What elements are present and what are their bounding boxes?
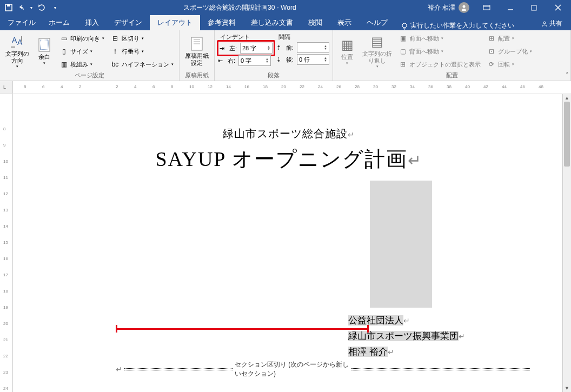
minimize-button[interactable] [500, 0, 521, 15]
svg-point-12 [543, 22, 546, 24]
doc-subtitle: 緑山市スポーツ総合施設↵ [67, 127, 510, 141]
tab-home[interactable]: ホーム [41, 15, 77, 30]
undo-icon[interactable] [17, 3, 26, 12]
ribbon-display-options[interactable] [476, 0, 497, 15]
maximize-button[interactable] [523, 0, 545, 15]
indent-left-input[interactable]: 28 字 ▲▼ [240, 43, 273, 54]
breaks-icon: ⊟ [111, 34, 119, 43]
user-badge[interactable]: 裕介 相澤 [423, 2, 474, 13]
svg-point-9 [402, 23, 407, 28]
line-numbers-button[interactable]: ⁞行番号 ▾ [109, 45, 176, 57]
section-break-marker: ↵ セクション区切り (次のページから新しいセクション) [116, 360, 530, 378]
ruler-area: L 86422468101214161820222426283032343638… [0, 81, 571, 94]
margins-icon [38, 37, 51, 52]
line-numbers-icon: ⁞ [111, 47, 119, 56]
spacing-before-input[interactable]: ▲▼ [297, 42, 329, 53]
group-manuscript: 原稿用紙 設定 原稿用紙 [180, 30, 215, 81]
group-icon: ⊡ [487, 47, 496, 56]
ribbon-layout: AA 文字列の 方向 ▾ 余白 ▾ ▭印刷の向き ▾ ▯サイズ ▾ ▥段組み ▾… [0, 30, 571, 81]
tab-insert[interactable]: 挿入 [77, 15, 107, 30]
send-backward-button[interactable]: ▢背面へ移動 ▾ [396, 45, 483, 57]
selection-highlight [370, 181, 432, 308]
orientation-icon: ▭ [59, 34, 68, 43]
tab-references[interactable]: 参考資料 [200, 15, 243, 30]
hyphenation-button[interactable]: bcハイフネーション ▾ [109, 58, 176, 70]
text-direction-icon: AA [10, 34, 25, 49]
save-icon[interactable] [4, 3, 13, 12]
svg-rect-1 [7, 4, 10, 6]
position-icon: ▦ [341, 37, 354, 52]
indent-right-icon: ⇤ [218, 57, 227, 64]
scroll-up-icon[interactable]: ▲ [563, 94, 571, 102]
vertical-ruler[interactable]: 89101112131415161718192021222324 [0, 94, 13, 392]
svg-rect-6 [532, 5, 536, 10]
collapse-ribbon-icon[interactable]: ˄ [566, 71, 569, 78]
position-button[interactable]: ▦ 位置 ▾ [336, 32, 358, 70]
space-before-icon: ⇡ [276, 44, 285, 51]
bulb-icon [401, 22, 408, 30]
breaks-button[interactable]: ⊟区切り ▾ [109, 32, 176, 44]
page-size-icon: ▯ [59, 47, 68, 56]
group-button[interactable]: ⊡グループ化 ▾ [485, 45, 534, 57]
size-button[interactable]: ▯サイズ ▾ [57, 45, 107, 57]
avatar-icon [459, 2, 469, 13]
text-wrap-button[interactable]: ▤ 文字列の折 り返し ▾ [360, 32, 394, 70]
paragraph-mark: ↵ [408, 151, 422, 169]
tab-design[interactable]: デザイン [107, 15, 150, 30]
columns-icon: ▥ [59, 60, 68, 69]
manuscript-label: 原稿用紙 [183, 70, 211, 79]
redo-icon[interactable] [37, 3, 45, 12]
rotate-button[interactable]: ⟳回転 ▾ [485, 58, 534, 70]
close-button[interactable] [547, 0, 569, 15]
manuscript-button[interactable]: 原稿用紙 設定 [183, 32, 211, 70]
align-button[interactable]: ⊞配置 ▾ [485, 32, 534, 44]
spacing-before-row: ⇡ 前: ▲▼ [276, 42, 329, 54]
spacing-after-row: ⇣ 後: 0 行 ▲▼ [276, 54, 329, 65]
tab-help[interactable]: ヘルプ [359, 15, 395, 30]
wrap-icon: ▤ [371, 34, 383, 49]
indent-left-row: ⇥ 左: 28 字 ▲▼ [220, 42, 273, 54]
document-area: 89101112131415161718192021222324 緑山市スポーツ… [0, 94, 571, 392]
group-page-setup: AA 文字列の 方向 ▾ 余白 ▾ ▭印刷の向き ▾ ▯サイズ ▾ ▥段組み ▾… [0, 30, 180, 81]
selection-pane-icon: ⊞ [399, 60, 407, 69]
hyphenation-icon: bc [111, 60, 119, 69]
share-button[interactable]: 共有 [535, 17, 569, 30]
spacing-label: 間隔 [276, 32, 329, 42]
tab-view[interactable]: 表示 [330, 15, 359, 30]
columns-button[interactable]: ▥段組み ▾ [57, 58, 107, 70]
orientation-button[interactable]: ▭印刷の向き ▾ [57, 32, 107, 44]
org-line-1: 公益社団法人 [348, 315, 403, 325]
indent-right-input[interactable]: 0 字 ▲▼ [238, 55, 271, 66]
horizontal-ruler[interactable]: 8642246810121416182022242628303234363840… [13, 81, 571, 94]
tab-layout[interactable]: レイアウト [150, 15, 200, 30]
scroll-thumb[interactable] [564, 102, 570, 167]
paragraph-mark: ↵ [348, 131, 355, 139]
user-name: 裕介 相澤 [428, 3, 455, 12]
tell-me-box[interactable]: 実行したい作業を入力してください [395, 21, 535, 30]
document-content: 緑山市スポーツ総合施設↵ SAYUP オープニング計画↵ [67, 127, 510, 173]
tab-file[interactable]: ファイル [2, 15, 41, 30]
spacing-after-input[interactable]: 0 行 ▲▼ [297, 54, 329, 65]
doc-title: SAYUP オープニング計画↵ [67, 145, 510, 173]
selection-pane-button[interactable]: ⊞オブジェクトの選択と表示 [396, 58, 483, 70]
section-break-label: セクション区切り (次のページから新しいセクション) [235, 360, 349, 378]
person-icon [541, 21, 548, 27]
indent-marker-annotation [116, 328, 369, 330]
scroll-down-icon[interactable]: ▼ [563, 384, 571, 392]
manuscript-icon [190, 36, 203, 51]
document-canvas[interactable]: 緑山市スポーツ総合施設↵ SAYUP オープニング計画↵ 公益社団法人↵ 緑山市… [13, 94, 562, 392]
tab-review[interactable]: 校閲 [301, 15, 330, 30]
text-direction-button[interactable]: AA 文字列の 方向 ▾ [3, 32, 31, 70]
group-paragraph: インデント ⇥ 左: 28 字 ▲▼ ⇤ 右: 0 字 [215, 30, 333, 81]
bring-forward-button[interactable]: ▣前面へ移動 ▾ [396, 32, 483, 44]
indent-right-row: ⇤ 右: 0 字 ▲▼ [218, 55, 274, 67]
margins-button[interactable]: 余白 ▾ [34, 32, 55, 70]
vertical-scrollbar[interactable]: ▲ ▼ [562, 94, 571, 392]
page-setup-label: ページ設定 [3, 70, 176, 79]
space-after-icon: ⇣ [276, 56, 285, 63]
tab-mailings[interactable]: 差し込み文書 [243, 15, 301, 30]
title-bar: ▾ ▾ スポーツ総合施設の開設計画30 - Word 裕介 相澤 [0, 0, 571, 15]
svg-point-2 [463, 5, 466, 8]
bring-forward-icon: ▣ [399, 34, 407, 43]
align-icon: ⊞ [487, 34, 496, 43]
